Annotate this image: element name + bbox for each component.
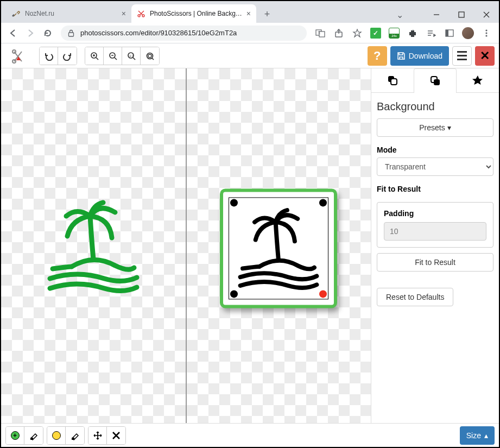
- bottom-toolbar: + Size ▴: [1, 423, 499, 447]
- chevron-down-icon[interactable]: ⌄: [391, 10, 408, 20]
- redo-button[interactable]: [58, 47, 77, 65]
- erase-foreground-button[interactable]: [24, 427, 43, 444]
- tab-noznet[interactable]: NozNet.ru ×: [7, 4, 131, 23]
- bookmark-icon[interactable]: [351, 27, 364, 40]
- result-canvas[interactable]: [187, 68, 371, 423]
- playlist-icon[interactable]: [425, 27, 438, 40]
- svg-rect-22: [391, 79, 397, 85]
- tab-photoscissors[interactable]: PhotoScissors | Online Backgroun ×: [131, 4, 256, 23]
- tab-effects[interactable]: [457, 68, 499, 93]
- lock-icon: [67, 29, 75, 37]
- layers-icon: [387, 74, 398, 86]
- add-background-button[interactable]: [47, 427, 66, 444]
- move-delete-group: [88, 426, 126, 445]
- address-input[interactable]: photoscissors.com/editor/910328615/10eG2…: [61, 26, 307, 41]
- browser-addressbar: photoscissors.com/editor/910328615/10eG2…: [1, 23, 499, 43]
- download-label: Download: [409, 52, 442, 60]
- result-image: [231, 205, 326, 291]
- app-window: NozNet.ru × PhotoScissors | Online Backg…: [1, 1, 499, 447]
- size-button[interactable]: Size ▴: [460, 426, 495, 445]
- download-button[interactable]: Download: [390, 46, 449, 66]
- content-area: Background Presets ▾ Mode Transparent Fi…: [1, 68, 499, 423]
- add-foreground-button[interactable]: +: [6, 427, 24, 444]
- profile-avatar[interactable]: [461, 27, 474, 40]
- selection-box[interactable]: [220, 188, 337, 308]
- help-button[interactable]: ?: [368, 46, 387, 66]
- hamburger-menu-button[interactable]: [452, 46, 472, 66]
- close-window-button[interactable]: [474, 7, 499, 23]
- padding-label: Padding: [384, 209, 486, 218]
- svg-point-12: [485, 32, 487, 34]
- zoom-in-button[interactable]: [85, 47, 104, 65]
- app-logo: [11, 48, 26, 64]
- svg-rect-3: [459, 12, 464, 17]
- source-canvas[interactable]: [1, 68, 187, 423]
- zoom-actual-button[interactable]: 1:1: [122, 47, 141, 65]
- close-editor-button[interactable]: ✕: [475, 46, 495, 66]
- svg-rect-24: [434, 79, 440, 85]
- url-text: photoscissors.com/editor/910328615/10eG2…: [80, 29, 237, 37]
- marker-remove-group: [47, 426, 85, 445]
- undo-button[interactable]: [40, 47, 58, 65]
- zoom-group: 1:1: [85, 47, 160, 65]
- svg-rect-10: [446, 30, 448, 36]
- star-icon: [472, 74, 484, 86]
- new-tab-button[interactable]: +: [260, 7, 275, 22]
- layers-back-icon: [429, 75, 441, 87]
- svg-text:文: 文: [318, 30, 321, 34]
- extension-check-icon[interactable]: ✓: [369, 27, 382, 40]
- sidepanel-icon[interactable]: [443, 27, 456, 40]
- reset-defaults-button[interactable]: Reset to Defaults: [377, 288, 453, 306]
- extension-timer-icon[interactable]: 24s: [388, 27, 401, 40]
- svg-rect-25: [30, 438, 33, 440]
- reset-label: Reset to Defaults: [386, 293, 444, 301]
- app-toolbar: 1:1 ? Download ✕: [1, 43, 499, 68]
- close-icon[interactable]: ×: [246, 9, 251, 18]
- browser-menu-icon[interactable]: [480, 27, 493, 40]
- svg-point-11: [485, 29, 487, 31]
- forward-button[interactable]: [23, 26, 38, 41]
- zoom-fit-button[interactable]: [141, 47, 159, 65]
- svg-rect-26: [72, 438, 74, 440]
- fit-fieldbox: Padding: [377, 202, 493, 248]
- fit-section-label: Fit to Result: [377, 185, 493, 193]
- translate-icon[interactable]: 文: [314, 27, 327, 40]
- mode-select[interactable]: Transparent: [377, 157, 493, 176]
- zoom-out-button[interactable]: [104, 47, 122, 65]
- save-icon: [397, 52, 406, 60]
- padding-input[interactable]: [384, 222, 486, 241]
- back-button[interactable]: [5, 26, 21, 41]
- tab-title: PhotoScissors | Online Backgroun: [150, 10, 243, 17]
- svg-text:1:1: 1:1: [129, 54, 134, 57]
- close-icon[interactable]: ×: [122, 9, 126, 18]
- marker-add-group: +: [5, 426, 43, 445]
- share-icon[interactable]: [332, 27, 345, 40]
- maximize-button[interactable]: [449, 7, 474, 23]
- caret-up-icon: ▴: [484, 431, 488, 440]
- extensions-icon[interactable]: [406, 27, 419, 40]
- move-button[interactable]: [88, 427, 107, 444]
- clear-button[interactable]: [107, 427, 125, 444]
- tab-background[interactable]: [414, 68, 457, 93]
- erase-background-button[interactable]: [66, 427, 84, 444]
- tab-foreground[interactable]: [371, 68, 414, 93]
- tab-title: NozNet.ru: [25, 10, 118, 17]
- mode-label: Mode: [377, 146, 493, 154]
- source-image: [39, 197, 148, 295]
- presets-button[interactable]: Presets ▾: [377, 118, 493, 137]
- svg-point-20: [147, 53, 153, 59]
- svg-point-13: [485, 35, 487, 36]
- canvas-container: [1, 68, 371, 423]
- fit-btn-label: Fit to Result: [415, 258, 455, 267]
- caret-down-icon: ▾: [447, 123, 451, 132]
- panel-heading: Background: [377, 100, 493, 113]
- presets-label: Presets: [419, 123, 445, 132]
- reload-button[interactable]: [40, 26, 55, 41]
- fit-to-result-button[interactable]: Fit to Result: [377, 253, 493, 272]
- minimize-button[interactable]: [424, 7, 449, 23]
- browser-tabs: NozNet.ru × PhotoScissors | Online Backg…: [1, 4, 391, 23]
- scissors-icon: [137, 9, 145, 18]
- window-controls: ⌄: [391, 7, 499, 23]
- wrench-icon: [12, 9, 21, 18]
- side-panel: Background Presets ▾ Mode Transparent Fi…: [371, 68, 499, 423]
